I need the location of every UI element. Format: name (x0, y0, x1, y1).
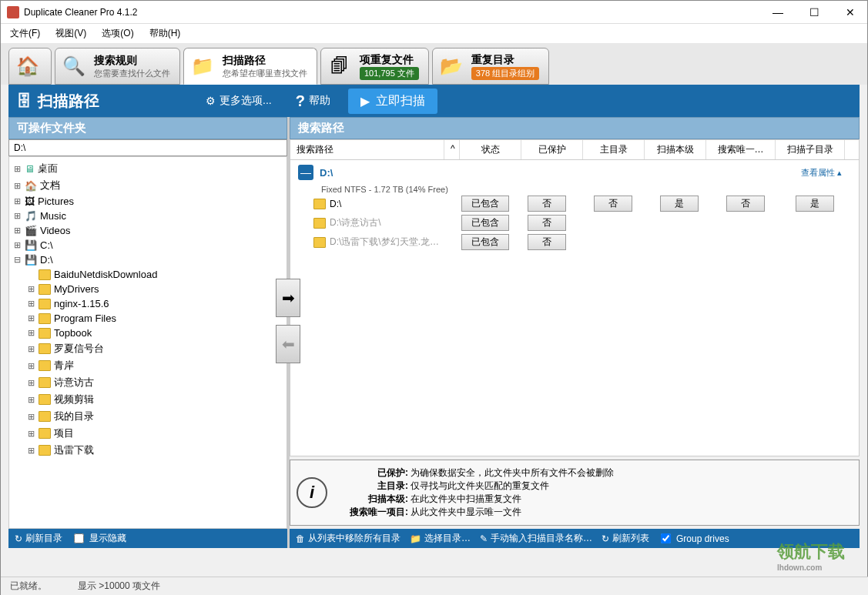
tab-rules-sub: 您需要查找什么文件 (94, 68, 170, 79)
tab-home[interactable]: 🏠 (8, 48, 52, 85)
menu-help[interactable]: 帮助(H) (149, 27, 181, 40)
col-scan-sub[interactable]: 扫描子目录 (776, 140, 845, 159)
maximize-button[interactable]: ☐ (803, 6, 826, 18)
tree-docs[interactable]: ⊞🏠文档 (12, 177, 283, 194)
refresh-list-button[interactable]: ↻刷新列表 (602, 532, 649, 545)
statusbar: 已就绪。 显示 >10000 项文件 (1, 577, 868, 595)
menu-options[interactable]: 选项(O) (102, 27, 133, 40)
tree-folder-item[interactable]: ⊞迅雷下载 (26, 442, 283, 459)
status-button[interactable]: 已包含 (461, 215, 509, 231)
unique-button[interactable]: 否 (726, 196, 765, 212)
folder-icon (39, 299, 51, 309)
tree-music[interactable]: ⊞🎵Music (12, 209, 283, 223)
select-dir-button[interactable]: 📁选择目录… (410, 532, 471, 545)
drive-icon: — (298, 165, 313, 180)
menubar: 文件(F) 视图(V) 选项(O) 帮助(H) (1, 24, 867, 43)
right-panel: ➡ ⬅ 搜索路径 搜索路径 ^ 状态 已保护 主目录 扫描本级 搜索唯一… 扫描… (290, 117, 860, 548)
path-input[interactable] (8, 139, 287, 156)
col-protected[interactable]: 已保护 (521, 140, 583, 159)
tree-folder-item[interactable]: ⊞视频剪辑 (26, 391, 283, 408)
master-button[interactable]: 否 (594, 196, 632, 212)
tab-paths-sub: 您希望在哪里查找文件 (223, 68, 307, 79)
folder-icon (313, 199, 326, 209)
tree-folder-item[interactable]: ⊞nginx-1.15.6 (26, 296, 283, 311)
tree-videos[interactable]: ⊞🎬Videos (12, 223, 283, 238)
scan-sub-button[interactable]: 是 (796, 196, 834, 212)
right-bottom-bar: 🗑从列表中移除所有目录 📁选择目录… ✎手动输入扫描目录名称… ↻刷新列表 Gr… (290, 529, 860, 548)
status-button[interactable]: 已包含 (461, 234, 509, 250)
scan-level-button[interactable]: 是 (660, 196, 699, 212)
folder-icon (39, 428, 51, 439)
show-hidden-checkbox[interactable]: 显示隐藏 (72, 532, 126, 545)
tree-desktop[interactable]: ⊞🖥桌面 (12, 160, 283, 177)
tree-folder-item[interactable]: BaiduNetdiskDownload (26, 267, 283, 282)
home-icon: 🏠 (14, 52, 42, 80)
folder-tree[interactable]: ⊞🖥桌面 ⊞🏠文档 ⊞🖼Pictures ⊞🎵Music ⊞🎬Videos ⊞💾… (8, 156, 287, 529)
tree-d-drive[interactable]: ⊟💾D:\ (12, 252, 283, 267)
col-search-unique[interactable]: 搜索唯一… (706, 140, 776, 159)
folder-icon (39, 313, 51, 324)
tree-folder-item[interactable]: ⊞青岸 (26, 357, 283, 374)
table-header: 搜索路径 ^ 状态 已保护 主目录 扫描本级 搜索唯一… 扫描子目录 (290, 140, 859, 160)
tree-folder-item[interactable]: ⊞Topbook (26, 326, 283, 340)
group-drives-checkbox[interactable]: Group drives (659, 533, 729, 544)
tree-folder-item[interactable]: ⊞Program Files (26, 311, 283, 326)
col-status[interactable]: 状态 (460, 140, 521, 159)
remove-path-button[interactable]: ⬅ (276, 325, 300, 363)
menu-file[interactable]: 文件(F) (10, 27, 40, 40)
left-bottom-bar: ↻ 刷新目录 显示隐藏 (8, 529, 287, 548)
col-scan-level[interactable]: 扫描本级 (645, 140, 706, 159)
remove-icon: 🗑 (296, 533, 305, 544)
refresh-icon: ↻ (602, 533, 609, 544)
add-path-button[interactable]: ➡ (276, 279, 300, 317)
dupes-count-badge: 101,795 文件 (360, 67, 419, 80)
drive-group-row[interactable]: — D:\ 查看属性 ▴ (290, 160, 859, 185)
tab-search-rules[interactable]: 🔍 搜索规则 您需要查找什么文件 (55, 48, 180, 85)
folder-icon (39, 360, 51, 371)
drive-icon: 🗄 (16, 92, 32, 110)
titlebar: Duplicate Cleaner Pro 4.1.2 — ☐ ✕ (1, 1, 867, 24)
col-path[interactable]: 搜索路径 (290, 140, 444, 159)
path-row[interactable]: D:\迅雷下载\梦幻天堂.龙…已包含否 (290, 232, 859, 252)
menu-view[interactable]: 视图(V) (55, 27, 86, 40)
tab-duplicate-files[interactable]: 🗐 项重复文件 101,795 文件 (320, 48, 429, 85)
sort-indicator[interactable]: ^ (444, 140, 460, 159)
path-row[interactable]: D:\已包含否否是否是 (290, 194, 859, 213)
status-button[interactable]: 已包含 (461, 196, 509, 212)
folder-icon (313, 237, 326, 248)
tree-folder-item[interactable]: ⊞项目 (26, 425, 283, 442)
page-title: 扫描路径 (38, 91, 99, 112)
scan-now-button[interactable]: ▶ 立即扫描 (348, 89, 437, 114)
protected-button[interactable]: 否 (528, 196, 566, 212)
minimize-button[interactable]: — (766, 6, 789, 18)
tab-duplicate-dirs[interactable]: 📂 重复目录 378 组目录组别 (432, 48, 549, 85)
remove-all-button[interactable]: 🗑从列表中移除所有目录 (296, 532, 400, 545)
protected-button[interactable]: 否 (528, 215, 566, 231)
more-options-button[interactable]: ⚙ 更多选项... (199, 91, 278, 111)
tree-pictures[interactable]: ⊞🖼Pictures (12, 194, 283, 209)
tree-folder-item[interactable]: ⊞诗意访古 (26, 374, 283, 391)
path-row[interactable]: D:\诗意访古\已包含否 (290, 213, 859, 232)
tree-folder-item[interactable]: ⊞罗夏信号台 (26, 340, 283, 357)
tree-folder-item[interactable]: ⊞我的目录 (26, 408, 283, 425)
folders-icon: 📂 (437, 52, 465, 80)
folder-icon (313, 218, 326, 229)
protected-button[interactable]: 否 (528, 234, 566, 250)
help-button[interactable]: ? 帮助 (290, 89, 337, 113)
status-display: 显示 >10000 项文件 (78, 580, 160, 593)
close-button[interactable]: ✕ (840, 6, 861, 18)
refresh-tree-button[interactable]: ↻ 刷新目录 (15, 532, 62, 545)
view-properties-link[interactable]: 查看属性 ▴ (801, 167, 842, 179)
manual-input-button[interactable]: ✎手动输入扫描目录名称… (480, 532, 592, 545)
tab-scan-paths[interactable]: 📁 扫描路径 您希望在哪里查找文件 (183, 48, 317, 85)
app-icon (7, 6, 19, 18)
status-ready: 已就绪。 (10, 580, 47, 593)
folder-search-icon: 📁 (189, 52, 216, 80)
tree-c-drive[interactable]: ⊞💾C:\ (12, 238, 283, 252)
col-master[interactable]: 主目录 (583, 140, 645, 159)
tree-folder-item[interactable]: ⊞MyDrivers (26, 282, 283, 296)
files-icon: 🗐 (326, 52, 354, 80)
folder-icon (39, 343, 51, 354)
watermark: 领航下载 lhdown.com (777, 540, 845, 572)
page-header: 🗄 扫描路径 ⚙ 更多选项... ? 帮助 ▶ 立即扫描 (8, 85, 860, 117)
